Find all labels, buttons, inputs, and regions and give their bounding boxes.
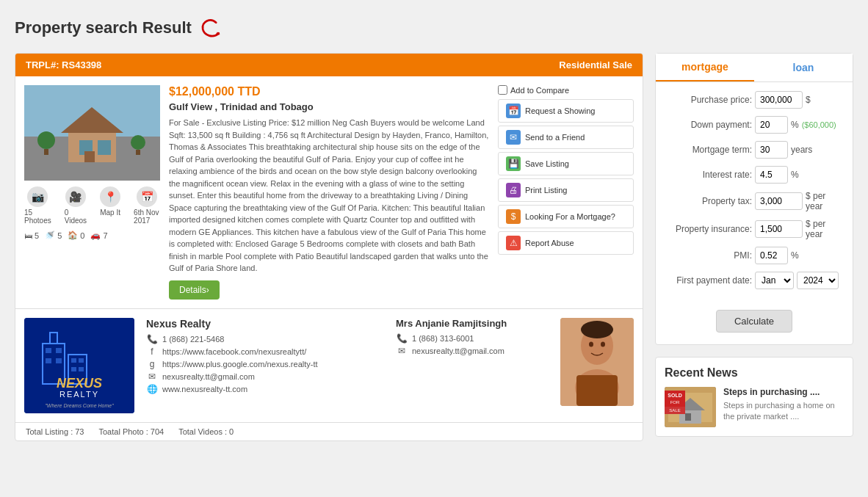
date-item: 📅 6th Nov 2017 bbox=[134, 186, 160, 225]
total-photo: Toatal Photo : 704 bbox=[99, 427, 164, 436]
news-item-title[interactable]: Steps in purchasing .... bbox=[723, 387, 844, 397]
request-showing-label: Request a Showing bbox=[525, 106, 595, 115]
pmi-unit: % bbox=[791, 250, 799, 261]
agency-website-row: 🌐 www.nexusrealty-tt.com bbox=[146, 384, 384, 394]
description-text: For Sale - Exclusive Listing Price: $12 … bbox=[169, 117, 489, 275]
property-footer: Total Listing : 73 Toatal Photo : 704 To… bbox=[15, 422, 643, 440]
google-icon: g bbox=[146, 359, 158, 369]
photos-label: 15 Photoes bbox=[24, 208, 51, 225]
down-payment-input[interactable] bbox=[755, 116, 788, 134]
purchase-price-row: Purchase price: $ bbox=[668, 91, 841, 109]
car-icon: 🚗 bbox=[90, 231, 101, 240]
agency-facebook-row: f https://www.facebook.com/nexusrealtytt… bbox=[146, 347, 384, 357]
agency-google: https://www.plus.google.com/nexus.realty… bbox=[162, 360, 318, 369]
news-section-title: Recent News bbox=[665, 366, 844, 380]
trpl-number: TRPL#: RS43398 bbox=[26, 59, 101, 70]
calculate-button[interactable]: Calculate bbox=[716, 310, 792, 333]
request-showing-button[interactable]: 📅 Request a Showing bbox=[498, 99, 634, 123]
property-card: TRPL#: RS43398 Residential Sale bbox=[15, 53, 643, 441]
pmi-label: PMI: bbox=[668, 250, 752, 261]
bath-icon: 🚿 bbox=[45, 231, 55, 240]
agent-email-icon: ✉ bbox=[396, 346, 408, 356]
property-body: 📷 15 Photoes 🎥 0 Videos 📍 Map It bbox=[15, 76, 643, 308]
send-friend-label: Send to a Friend bbox=[525, 133, 585, 142]
videos-label: 0 Videos bbox=[65, 208, 87, 225]
mortgage-term-row: Mortgage term: years bbox=[668, 141, 841, 159]
camera-icon: 📷 bbox=[27, 186, 48, 207]
agent-phone-row: 📞 1 (868) 313-6001 bbox=[396, 333, 553, 344]
agency-facebook: https://www.facebook.com/nexusrealtytt/ bbox=[162, 347, 306, 356]
right-panel: mortgage loan Purchase price: $ Down pay… bbox=[655, 53, 853, 441]
svg-rect-23 bbox=[71, 367, 76, 371]
agency-section: NEXUS REALTY "Where Dreams Come Home" Ne… bbox=[15, 308, 643, 422]
property-image bbox=[24, 85, 160, 181]
svg-rect-16 bbox=[46, 348, 51, 353]
baths-count: 5 bbox=[57, 231, 62, 240]
agent-phone: 1 (868) 313-6001 bbox=[412, 334, 474, 343]
property-tax-row: Property tax: $ per year bbox=[668, 191, 841, 211]
agency-google-row: g https://www.plus.google.com/nexus.real… bbox=[146, 359, 384, 369]
print-listing-label: Print Listing bbox=[525, 186, 567, 195]
down-payment-row: Down payment: % ($60,000) bbox=[668, 116, 841, 134]
calendar-icon: 📅 bbox=[137, 186, 157, 207]
agency-website: www.nexusrealty-tt.com bbox=[162, 385, 247, 393]
main-content: TRPL#: RS43398 Residential Sale bbox=[15, 53, 853, 441]
garage-item: 🏠 0 bbox=[68, 231, 84, 240]
report-abuse-button[interactable]: ⚠ Report Abuse bbox=[498, 231, 634, 255]
send-friend-button[interactable]: ✉ Send to a Friend bbox=[498, 126, 634, 149]
interest-rate-input[interactable] bbox=[755, 166, 788, 184]
page-title: Property search Result bbox=[15, 18, 192, 37]
svg-text:NEXUS: NEXUS bbox=[57, 376, 102, 391]
map-label: Map It bbox=[100, 208, 120, 217]
property-tax-input[interactable] bbox=[755, 192, 803, 210]
first-payment-row: First payment date: JanFebMarApr MayJunJ… bbox=[668, 272, 841, 289]
mortgage-button[interactable]: $ Looking For a Mortgage? bbox=[498, 205, 634, 228]
beds-item: 🛏 5 bbox=[24, 231, 39, 240]
purchase-price-label: Purchase price: bbox=[668, 95, 752, 105]
map-icon: 📍 bbox=[100, 186, 120, 207]
agent-phone-icon: 📞 bbox=[396, 333, 408, 344]
loan-tab[interactable]: loan bbox=[754, 54, 853, 81]
compare-checkbox[interactable] bbox=[498, 85, 507, 95]
purchase-price-input[interactable] bbox=[755, 91, 803, 109]
garage-icon: 🏠 bbox=[68, 231, 78, 240]
svg-rect-13 bbox=[24, 318, 134, 413]
first-payment-year-select[interactable]: 2023202420252026 bbox=[797, 272, 839, 289]
date-label: 6th Nov 2017 bbox=[134, 208, 160, 225]
agency-logo: NEXUS REALTY "Where Dreams Come Home" bbox=[24, 318, 134, 413]
pmi-input[interactable] bbox=[755, 247, 788, 264]
svg-rect-17 bbox=[56, 348, 62, 353]
amenities-row: 🛏 5 🚿 5 🏠 0 bbox=[24, 231, 160, 240]
beds-count: 5 bbox=[35, 231, 39, 240]
mortgage-term-input[interactable] bbox=[755, 141, 788, 159]
videos-item[interactable]: 🎥 0 Videos bbox=[65, 186, 87, 225]
details-button[interactable]: Details› bbox=[169, 280, 220, 300]
map-item[interactable]: 📍 Map It bbox=[100, 186, 120, 225]
phone-icon: 📞 bbox=[146, 334, 158, 344]
property-insurance-row: Property insurance: $ per year bbox=[668, 219, 841, 239]
news-thumbnail[interactable]: SOLD FOR SALE bbox=[665, 387, 716, 427]
save-listing-button[interactable]: 💾 Save Listing bbox=[498, 152, 634, 175]
svg-point-9 bbox=[37, 131, 55, 149]
svg-point-33 bbox=[589, 341, 593, 347]
svg-rect-7 bbox=[98, 140, 111, 155]
svg-text:SOLD: SOLD bbox=[668, 393, 681, 398]
mortgage-action-icon: $ bbox=[506, 209, 521, 224]
down-payment-label: Down payment: bbox=[668, 120, 752, 130]
agency-email-row: ✉ nexusrealty.tt@gmail.com bbox=[146, 371, 384, 382]
bed-icon: 🛏 bbox=[24, 231, 32, 240]
calendar-action-icon: 📅 bbox=[506, 104, 521, 118]
save-action-icon: 💾 bbox=[506, 156, 521, 171]
property-insurance-input[interactable] bbox=[755, 220, 803, 238]
report-abuse-label: Report Abuse bbox=[525, 239, 574, 247]
mortgage-tabs: mortgage loan bbox=[656, 54, 853, 82]
property-details-col: $12,000,000 TTD Gulf View , Trinidad and… bbox=[169, 85, 489, 300]
print-listing-button[interactable]: 🖨 Print Listing bbox=[498, 178, 634, 202]
svg-rect-8 bbox=[84, 151, 95, 162]
photos-item[interactable]: 📷 15 Photoes bbox=[24, 186, 51, 225]
first-payment-month-select[interactable]: JanFebMarApr MayJunJulAug SepOctNovDec bbox=[755, 272, 794, 289]
email-action-icon: ✉ bbox=[506, 130, 521, 145]
mortgage-tab[interactable]: mortgage bbox=[656, 54, 754, 81]
news-panel: Recent News SOLD FO bbox=[655, 357, 853, 437]
interest-rate-label: Interest rate: bbox=[668, 170, 752, 180]
